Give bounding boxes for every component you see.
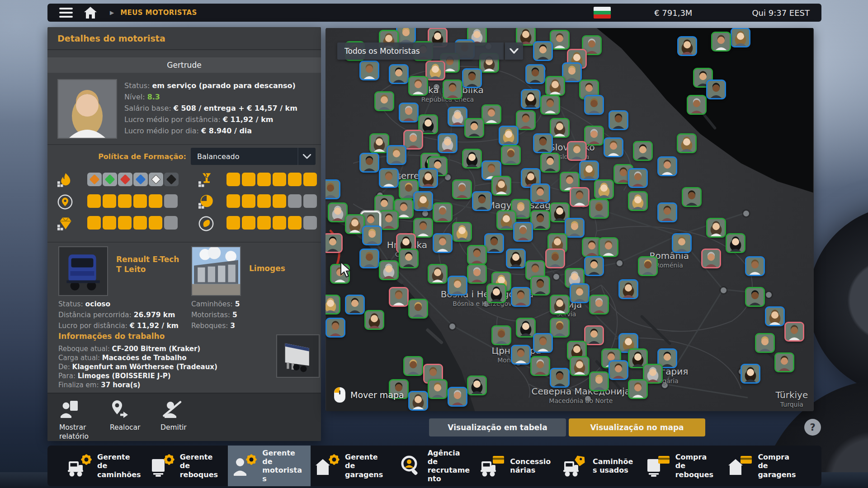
- nav-dealers[interactable]: Concessionárias: [476, 446, 558, 486]
- chevron-down-icon[interactable]: [297, 148, 316, 165]
- nav-recruitment[interactable]: Agência de recrutamento: [393, 446, 476, 486]
- driver-map-marker[interactable]: [501, 145, 521, 165]
- driver-map-marker[interactable]: [403, 356, 423, 376]
- driver-map-marker[interactable]: [550, 318, 570, 338]
- driver-map-marker[interactable]: [677, 133, 697, 153]
- driver-map-marker[interactable]: [533, 133, 553, 153]
- driver-map-marker[interactable]: [359, 153, 379, 173]
- driver-map-marker[interactable]: [462, 68, 482, 88]
- driver-map-marker[interactable]: [448, 276, 467, 296]
- driver-map-marker[interactable]: [408, 299, 428, 319]
- training-policy-value[interactable]: Balanceado: [191, 148, 297, 165]
- driver-map-marker[interactable]: [428, 379, 448, 399]
- nav-garage-purchase[interactable]: Compra de garagens: [723, 446, 806, 486]
- city-dot[interactable]: [449, 324, 455, 329]
- truck-thumbnail[interactable]: [58, 246, 108, 296]
- driver-map-marker[interactable]: [428, 264, 448, 284]
- driver-map-marker[interactable]: [599, 237, 618, 257]
- nav-garage-manager[interactable]: Gerente de garagens: [311, 446, 393, 486]
- driver-map-marker[interactable]: [389, 64, 409, 84]
- truck-name[interactable]: Renault E-Tech T Leito: [116, 254, 184, 274]
- driver-map-marker[interactable]: [413, 191, 433, 211]
- driver-map-marker[interactable]: [467, 375, 487, 395]
- driver-map-marker[interactable]: [448, 387, 467, 407]
- driver-map-marker[interactable]: [396, 28, 416, 44]
- driver-map-marker[interactable]: [550, 118, 570, 138]
- driver-map-marker[interactable]: [741, 364, 760, 384]
- driver-map-marker[interactable]: [387, 145, 406, 165]
- adr-class-badge[interactable]: [87, 173, 102, 186]
- driver-map-marker[interactable]: [579, 160, 599, 180]
- driver-map-marker[interactable]: [491, 176, 511, 196]
- nav-driver-manager[interactable]: Gerente de motoristas: [228, 446, 311, 486]
- driver-map-marker[interactable]: [765, 306, 785, 326]
- driver-map-marker[interactable]: [399, 249, 419, 268]
- driver-map-marker[interactable]: [745, 287, 765, 307]
- driver-map-marker[interactable]: [604, 137, 623, 157]
- driver-map-marker[interactable]: [399, 103, 419, 122]
- chevron-down-icon[interactable]: [505, 42, 523, 60]
- driver-map-marker[interactable]: [755, 333, 775, 353]
- driver-map-marker[interactable]: [584, 95, 604, 115]
- driver-map-marker[interactable]: [326, 233, 343, 253]
- driver-map-marker[interactable]: [511, 287, 531, 307]
- driver-map-marker[interactable]: [530, 276, 550, 296]
- driver-map-marker[interactable]: [359, 61, 379, 80]
- city-dot[interactable]: [662, 382, 668, 388]
- driver-map-marker[interactable]: [584, 325, 604, 345]
- driver-map-marker[interactable]: [364, 310, 384, 330]
- driver-map-marker[interactable]: [594, 179, 614, 199]
- driver-map-marker[interactable]: [628, 379, 648, 399]
- driver-map-marker[interactable]: [540, 95, 560, 115]
- driver-map-marker[interactable]: [584, 256, 604, 276]
- driver-map-marker[interactable]: [638, 256, 658, 276]
- driver-map-marker[interactable]: [379, 168, 399, 188]
- driver-map-marker[interactable]: [628, 191, 648, 211]
- driver-map-marker[interactable]: [701, 249, 721, 268]
- dismiss-button[interactable]: Demitir: [160, 399, 202, 441]
- driver-map-marker[interactable]: [408, 76, 428, 96]
- driver-map-marker[interactable]: [525, 64, 545, 84]
- table-view-button[interactable]: Visualização em tabela: [429, 418, 566, 436]
- nav-used-trucks[interactable]: Caminhões usados: [558, 446, 641, 486]
- driver-map-marker[interactable]: [379, 260, 399, 280]
- driver-map-marker[interactable]: [491, 325, 511, 345]
- driver-map-marker[interactable]: [565, 218, 585, 238]
- city-dot[interactable]: [721, 287, 726, 293]
- driver-filter-dropdown[interactable]: Todos os Motoristas: [337, 42, 523, 60]
- driver-map-marker[interactable]: [413, 218, 433, 238]
- driver-map[interactable]: Česká republika República Checa Slovensk…: [326, 28, 814, 411]
- adr-class-badge[interactable]: [149, 173, 163, 186]
- nav-trailer-manager[interactable]: Gerente de reboques: [146, 446, 228, 486]
- driver-map-marker[interactable]: [589, 199, 609, 219]
- training-policy-dropdown[interactable]: Balanceado: [191, 148, 316, 165]
- adr-class-badge[interactable]: [118, 173, 132, 186]
- driver-map-marker[interactable]: [570, 283, 590, 303]
- driver-map-marker[interactable]: [418, 168, 438, 188]
- garage-name[interactable]: Limoges: [249, 263, 285, 273]
- adr-class-badge[interactable]: [164, 173, 179, 186]
- driver-map-marker[interactable]: [345, 295, 365, 314]
- driver-map-marker[interactable]: [687, 95, 707, 115]
- driver-map-marker[interactable]: [711, 32, 731, 52]
- driver-map-marker[interactable]: [379, 210, 399, 230]
- driver-map-marker[interactable]: [545, 76, 565, 96]
- city-dot[interactable]: [766, 292, 772, 298]
- driver-map-marker[interactable]: [330, 264, 350, 284]
- driver-map-marker[interactable]: [530, 356, 550, 376]
- home-icon[interactable]: [84, 6, 97, 19]
- driver-map-marker[interactable]: [533, 41, 553, 61]
- driver-map-marker[interactable]: [533, 333, 553, 353]
- driver-map-marker[interactable]: [443, 80, 462, 99]
- driver-map-marker[interactable]: [530, 183, 550, 203]
- driver-map-marker[interactable]: [570, 356, 590, 376]
- driver-map-marker[interactable]: [359, 249, 379, 268]
- report-button[interactable]: Mostrar relatório: [59, 399, 101, 441]
- garage-thumbnail[interactable]: [191, 246, 241, 296]
- driver-map-marker[interactable]: [609, 110, 628, 130]
- driver-map-marker[interactable]: [467, 264, 487, 284]
- driver-filter-value[interactable]: Todos os Motoristas: [337, 42, 504, 60]
- driver-map-marker[interactable]: [706, 80, 726, 99]
- nav-trailer-purchase[interactable]: Compra de reboques: [641, 446, 724, 486]
- driver-map-marker[interactable]: [511, 345, 531, 365]
